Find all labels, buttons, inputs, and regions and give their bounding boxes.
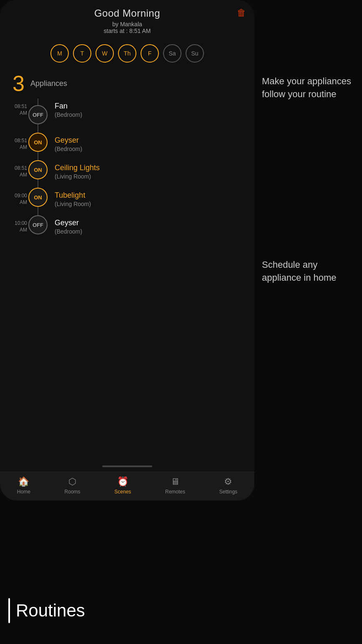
timeline-col: OFF — [27, 215, 49, 234]
routine-by: by Mankala — [8, 21, 246, 28]
side-text-top: Make your appliances follow your routine — [262, 75, 354, 101]
nav-scenes-label: Scenes — [114, 489, 131, 495]
timeline-item: 10:00AM OFF Geyser (Bedroom) — [8, 215, 254, 238]
appliances-label: Appliances — [30, 79, 67, 88]
side-text-bottom: Schedule any appliance in home — [262, 259, 354, 284]
item-time: 08:51AM — [8, 133, 27, 151]
settings-icon: ⚙ — [224, 476, 232, 487]
day-friday[interactable]: F — [141, 44, 159, 63]
nav-settings[interactable]: ⚙ Settings — [219, 476, 237, 495]
nav-remotes-label: Remotes — [165, 489, 185, 495]
day-sunday[interactable]: Su — [186, 44, 204, 63]
item-time: 08:51AM — [8, 98, 27, 116]
timeline-item: 08:51AM ON Ceiling Lights (Living Room) — [8, 160, 254, 188]
item-room: (Living Room) — [55, 201, 254, 207]
timeline-col: ON — [27, 188, 49, 215]
item-name: Ceiling Lights — [55, 164, 254, 172]
timeline-col: OFF — [27, 98, 49, 133]
scroll-area: Good Morning by Mankala starts at : 8:51… — [0, 0, 254, 459]
status-badge: OFF — [28, 105, 48, 124]
days-row: M T W Th F Sa Su — [0, 38, 254, 68]
bottom-label-text: Routines — [16, 601, 85, 621]
connector-top — [38, 98, 38, 105]
nav-home[interactable]: 🏠 Home — [17, 476, 30, 495]
item-content: Fan (Bedroom) — [49, 98, 254, 121]
nav-rooms-label: Rooms — [65, 489, 80, 495]
scenes-icon: ⏰ — [117, 476, 128, 487]
item-content: Ceiling Lights (Living Room) — [49, 160, 254, 183]
day-wednesday[interactable]: W — [96, 44, 114, 63]
nav-home-label: Home — [17, 489, 30, 495]
nav-remotes[interactable]: 🖥 Remotes — [165, 476, 185, 495]
status-badge: ON — [28, 188, 48, 207]
bottom-bar — [8, 598, 10, 623]
rooms-icon: ⬡ — [68, 476, 76, 487]
item-content: Geyser (Bedroom) — [49, 133, 254, 156]
timeline-item: 08:51AM OFF Fan (Bedroom) — [8, 98, 254, 133]
routine-starts: starts at : 8:51 AM — [8, 28, 246, 34]
routine-header: Good Morning by Mankala starts at : 8:51… — [0, 0, 254, 38]
item-content: Geyser (Bedroom) — [49, 215, 254, 238]
item-room: (Living Room) — [55, 173, 254, 180]
home-icon: 🏠 — [18, 476, 29, 487]
connector-bottom — [38, 179, 38, 188]
appliances-section: 3 Appliances — [0, 68, 254, 94]
item-room: (Bedroom) — [55, 228, 254, 235]
day-thursday[interactable]: Th — [118, 44, 136, 63]
item-name: Tubelight — [55, 191, 254, 200]
item-content: Tubelight (Living Room) — [49, 188, 254, 211]
day-saturday[interactable]: Sa — [163, 44, 181, 63]
connector-bottom — [38, 124, 38, 133]
timeline: 08:51AM OFF Fan (Bedroom) 08:51AM — [0, 94, 254, 238]
status-badge: ON — [28, 133, 48, 152]
status-badge: OFF — [28, 215, 48, 234]
item-name: Fan — [55, 102, 254, 111]
timeline-col: ON — [27, 160, 49, 188]
nav-scenes[interactable]: ⏰ Scenes — [114, 476, 131, 495]
connector-bottom — [38, 207, 38, 215]
connector-bottom — [38, 152, 38, 160]
nav-rooms[interactable]: ⬡ Rooms — [65, 476, 80, 495]
content-area: Good Morning by Mankala starts at : 8:51… — [0, 0, 254, 247]
item-name: Geyser — [55, 219, 254, 227]
item-name: Geyser — [55, 136, 254, 145]
item-time: 09:00AM — [8, 188, 27, 206]
remotes-icon: 🖥 — [171, 476, 180, 487]
phone-frame: ← Routine Details Edit Good Morning by M… — [0, 0, 254, 501]
bottom-section: Routines — [8, 598, 85, 623]
day-monday[interactable]: M — [50, 44, 69, 63]
timeline-item: 08:51AM ON Geyser (Bedroom) — [8, 133, 254, 160]
timeline-item: 09:00AM ON Tubelight (Living Room) — [8, 188, 254, 215]
routine-name: Good Morning — [8, 8, 246, 19]
day-tuesday[interactable]: T — [73, 44, 91, 63]
status-badge: ON — [28, 160, 48, 179]
item-time: 10:00AM — [8, 215, 27, 233]
item-room: (Bedroom) — [55, 111, 254, 118]
delete-button[interactable]: 🗑 — [237, 8, 246, 18]
item-room: (Bedroom) — [55, 146, 254, 152]
nav-settings-label: Settings — [219, 489, 237, 495]
timeline-col: ON — [27, 133, 49, 160]
home-indicator — [102, 465, 152, 467]
bottom-nav: 🏠 Home ⬡ Rooms ⏰ Scenes 🖥 Remotes ⚙ Sett… — [0, 472, 254, 501]
item-time: 08:51AM — [8, 160, 27, 178]
appliances-count: 3 — [13, 73, 25, 94]
